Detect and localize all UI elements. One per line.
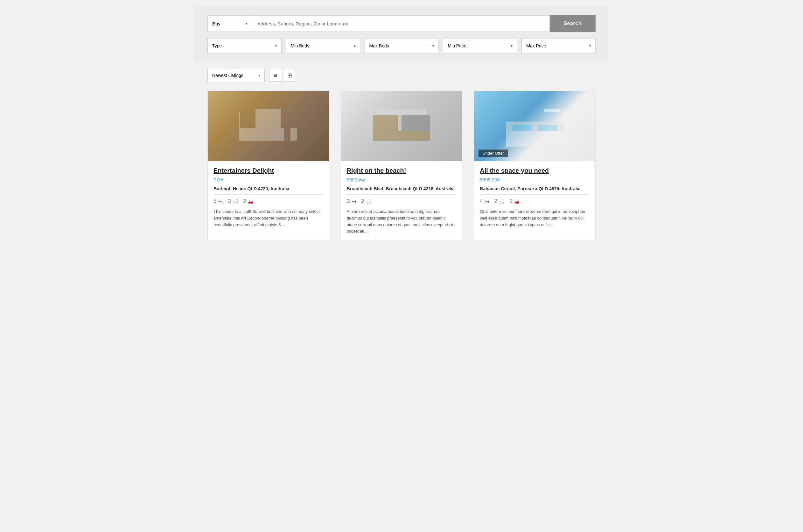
listing-card: Under Offer All the space you need $595,… [474, 91, 596, 241]
search-button[interactable]: Search [550, 15, 596, 32]
max-beds-filter-wrapper: Max Beds [365, 38, 439, 54]
address-input[interactable] [252, 15, 550, 32]
cars-count: 2 [243, 198, 246, 205]
svg-rect-10 [513, 125, 532, 131]
listing-price: POA [213, 177, 323, 182]
listing-body: Right on the beach! $500p/w Broadbeach B… [341, 161, 462, 241]
cars-feature: 2 🚗 [243, 198, 253, 205]
listing-card: Right on the beach! $500p/w Broadbeach B… [341, 91, 463, 241]
cars-feature: 2 🚗 [509, 198, 519, 205]
svg-rect-11 [538, 125, 557, 131]
min-price-filter-wrapper: Min Price [443, 38, 517, 54]
search-row-primary: Buy Rent Sell Search [207, 15, 596, 32]
listing-description: This condo has it all! So well built and… [213, 208, 323, 228]
bed-icon: 🛏 [484, 199, 489, 204]
svg-rect-2 [284, 121, 290, 144]
listing-title[interactable]: All the space you need [480, 167, 590, 174]
bed-icon: 🛏 [218, 199, 223, 204]
listing-image [208, 91, 329, 161]
type-filter-select[interactable]: Type [207, 38, 282, 54]
svg-rect-12 [544, 109, 560, 112]
listing-description: Quis autem vel eum iure reprehenderit qu… [480, 208, 590, 228]
sort-wrapper: Newest Listings Price: Low to High Price… [207, 69, 265, 82]
type-filter-wrapper: Type [207, 38, 282, 54]
beds-count: 4 [480, 198, 483, 205]
svg-rect-1 [255, 109, 281, 128]
listing-image-wrap [208, 91, 329, 161]
listings-area: Newest Listings Price: Low to High Price… [195, 69, 608, 253]
beds-feature: 5 🛏 [213, 198, 223, 205]
baths-count: 3 [228, 198, 231, 205]
beds-feature: 3 🛏 [347, 198, 356, 205]
baths-count: 2 [361, 198, 364, 205]
bath-icon: 🛁 [366, 199, 371, 204]
cars-count: 2 [509, 198, 513, 205]
max-beds-filter-select[interactable]: Max Beds [365, 38, 439, 54]
listing-features: 5 🛏 3 🛁 2 🚗 [213, 198, 323, 205]
beds-feature: 4 🛏 [480, 198, 489, 205]
listing-image [341, 91, 462, 161]
grid-view-button[interactable]: ⊞ [283, 69, 296, 82]
listing-title[interactable]: Entertainers Delight [213, 167, 323, 174]
beds-count: 3 [347, 198, 350, 205]
listing-title[interactable]: Right on the beach! [347, 167, 457, 174]
min-beds-filter-select[interactable]: Min Beds [286, 38, 360, 54]
car-icon: 🚗 [248, 199, 253, 204]
listing-card: Entertainers Delight POA Burleigh Heads … [207, 91, 329, 241]
listing-features: 4 🛏 2 🛁 2 🚗 [480, 198, 590, 205]
sort-select[interactable]: Newest Listings Price: Low to High Price… [207, 69, 265, 82]
svg-rect-6 [402, 115, 430, 131]
search-row-filters: Type Min Beds Max Beds Min Price Max Pri… [207, 38, 596, 54]
bed-icon: 🛏 [351, 199, 356, 204]
baths-count: 2 [494, 198, 497, 205]
listing-address: Broadbeach Blvd, Broadbeach QLD 4218, Au… [347, 186, 457, 195]
listings-toolbar: Newest Listings Price: Low to High Price… [207, 69, 596, 82]
baths-feature: 2 🛁 [494, 198, 504, 205]
listing-description: At vero eos et accusamus et iusto odio d… [347, 208, 457, 235]
max-price-filter-select[interactable]: Max Price [521, 38, 596, 54]
listings-grid: Entertainers Delight POA Burleigh Heads … [207, 91, 596, 241]
bath-icon: 🛁 [233, 199, 238, 204]
search-panel: Buy Rent Sell Search Type Min Beds Max B… [195, 6, 608, 62]
buy-type-select[interactable]: Buy Rent Sell [207, 15, 252, 32]
svg-rect-4 [373, 131, 430, 141]
listing-body: Entertainers Delight POA Burleigh Heads … [208, 161, 329, 234]
listing-address: Burleigh Heads QLD 4220, Australia [213, 186, 323, 195]
beds-count: 5 [213, 198, 217, 205]
min-beds-filter-wrapper: Min Beds [286, 38, 360, 54]
listing-badge: Under Offer [478, 150, 508, 157]
car-icon: 🚗 [514, 199, 519, 204]
min-price-filter-select[interactable]: Min Price [443, 38, 517, 54]
listing-address: Bahamas Circuit, Parrearra QLD 4575, Aus… [480, 186, 590, 195]
baths-feature: 3 🛁 [228, 198, 238, 205]
listing-image-wrap: Under Offer [474, 91, 595, 161]
listing-price: $500p/w [347, 177, 457, 182]
baths-feature: 2 🛁 [361, 198, 371, 205]
svg-rect-5 [373, 115, 398, 131]
svg-rect-7 [376, 109, 427, 115]
view-toggle-icons: ≡ ⊞ [269, 69, 296, 82]
max-price-filter-wrapper: Max Price [521, 38, 596, 54]
buy-type-wrapper: Buy Rent Sell [207, 15, 252, 32]
listing-features: 3 🛏 2 🛁 [347, 198, 457, 205]
list-view-button[interactable]: ≡ [269, 69, 282, 82]
listing-image-wrap [341, 91, 462, 161]
listing-body: All the space you need $595,000 Bahamas … [474, 161, 595, 234]
listing-price: $595,000 [480, 177, 590, 182]
bath-icon: 🛁 [499, 199, 504, 204]
